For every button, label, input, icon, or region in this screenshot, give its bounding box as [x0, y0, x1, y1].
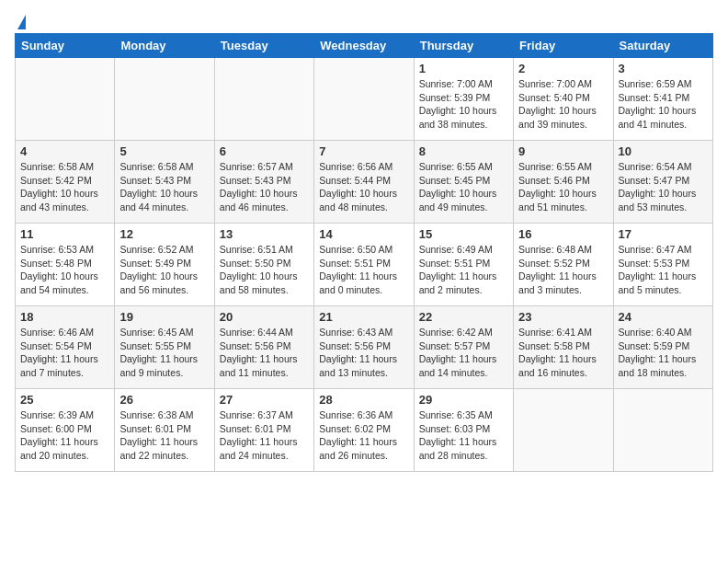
day-number: 14: [319, 227, 408, 241]
calendar-week-row: 1Sunrise: 7:00 AM Sunset: 5:39 PM Daylig…: [16, 58, 713, 141]
logo-triangle-icon: [17, 15, 26, 29]
day-info: Sunrise: 6:38 AM Sunset: 6:01 PM Dayligh…: [119, 408, 209, 463]
calendar-cell: 10Sunrise: 6:54 AM Sunset: 5:47 PM Dayli…: [613, 141, 712, 224]
page-header: [15, 15, 713, 22]
calendar-cell: 11Sunrise: 6:53 AM Sunset: 5:48 PM Dayli…: [16, 224, 115, 306]
calendar-cell: 19Sunrise: 6:45 AM Sunset: 5:55 PM Dayli…: [115, 306, 214, 389]
day-info: Sunrise: 6:55 AM Sunset: 5:46 PM Dayligh…: [518, 160, 608, 214]
day-number: 8: [419, 144, 508, 158]
day-number: 28: [319, 393, 408, 407]
calendar-cell: 5Sunrise: 6:58 AM Sunset: 5:43 PM Daylig…: [115, 141, 214, 224]
day-info: Sunrise: 6:57 AM Sunset: 5:43 PM Dayligh…: [220, 160, 309, 214]
day-number: 1: [419, 62, 508, 75]
calendar-cell: [16, 58, 115, 141]
day-info: Sunrise: 6:56 AM Sunset: 5:44 PM Dayligh…: [319, 160, 408, 214]
weekday-header: Monday: [115, 34, 214, 58]
day-number: 2: [518, 62, 608, 75]
day-info: Sunrise: 6:35 AM Sunset: 6:03 PM Dayligh…: [419, 408, 508, 463]
calendar-cell: 15Sunrise: 6:49 AM Sunset: 5:51 PM Dayli…: [414, 224, 513, 306]
day-number: 6: [220, 144, 309, 158]
weekday-header: Sunday: [16, 34, 115, 58]
day-number: 20: [220, 310, 309, 324]
calendar-week-row: 11Sunrise: 6:53 AM Sunset: 5:48 PM Dayli…: [16, 224, 713, 306]
day-info: Sunrise: 6:51 AM Sunset: 5:50 PM Dayligh…: [220, 243, 309, 297]
calendar-cell: 20Sunrise: 6:44 AM Sunset: 5:56 PM Dayli…: [214, 306, 313, 389]
calendar-table: SundayMondayTuesdayWednesdayThursdayFrid…: [15, 33, 713, 472]
day-info: Sunrise: 6:53 AM Sunset: 5:48 PM Dayligh…: [20, 243, 109, 297]
day-info: Sunrise: 6:39 AM Sunset: 6:00 PM Dayligh…: [20, 408, 109, 463]
calendar-week-row: 18Sunrise: 6:46 AM Sunset: 5:54 PM Dayli…: [16, 306, 713, 389]
calendar-cell: 16Sunrise: 6:48 AM Sunset: 5:52 PM Dayli…: [514, 224, 613, 306]
calendar-week-row: 4Sunrise: 6:58 AM Sunset: 5:42 PM Daylig…: [16, 141, 713, 224]
day-info: Sunrise: 6:44 AM Sunset: 5:56 PM Dayligh…: [220, 326, 309, 380]
day-number: 21: [319, 310, 408, 324]
calendar-cell: 25Sunrise: 6:39 AM Sunset: 6:00 PM Dayli…: [16, 389, 115, 472]
day-number: 27: [220, 393, 309, 407]
calendar-cell: [115, 58, 214, 141]
day-number: 10: [619, 144, 708, 158]
day-number: 16: [518, 227, 608, 241]
day-info: Sunrise: 6:43 AM Sunset: 5:56 PM Dayligh…: [319, 326, 408, 380]
day-number: 22: [419, 310, 508, 324]
day-info: Sunrise: 6:49 AM Sunset: 5:51 PM Dayligh…: [419, 243, 508, 297]
day-info: Sunrise: 7:00 AM Sunset: 5:40 PM Dayligh…: [518, 77, 608, 132]
day-info: Sunrise: 6:50 AM Sunset: 5:51 PM Dayligh…: [319, 243, 408, 297]
calendar-cell: [214, 58, 313, 141]
day-number: 25: [20, 393, 109, 407]
day-number: 24: [619, 310, 708, 324]
calendar-cell: 12Sunrise: 6:52 AM Sunset: 5:49 PM Dayli…: [115, 224, 214, 306]
day-number: 7: [319, 144, 408, 158]
day-info: Sunrise: 6:47 AM Sunset: 5:53 PM Dayligh…: [619, 243, 708, 297]
calendar-cell: 28Sunrise: 6:36 AM Sunset: 6:02 PM Dayli…: [314, 389, 414, 472]
calendar-cell: 26Sunrise: 6:38 AM Sunset: 6:01 PM Dayli…: [115, 389, 214, 472]
calendar-cell: [613, 389, 712, 472]
day-info: Sunrise: 6:52 AM Sunset: 5:49 PM Dayligh…: [119, 243, 209, 297]
calendar-cell: 4Sunrise: 6:58 AM Sunset: 5:42 PM Daylig…: [16, 141, 115, 224]
day-number: 11: [20, 227, 109, 241]
day-number: 17: [619, 227, 708, 241]
calendar-cell: 21Sunrise: 6:43 AM Sunset: 5:56 PM Dayli…: [314, 306, 414, 389]
day-info: Sunrise: 6:45 AM Sunset: 5:55 PM Dayligh…: [119, 326, 209, 380]
calendar-cell: 17Sunrise: 6:47 AM Sunset: 5:53 PM Dayli…: [613, 224, 712, 306]
day-number: 12: [119, 227, 209, 241]
calendar-cell: 7Sunrise: 6:56 AM Sunset: 5:44 PM Daylig…: [314, 141, 414, 224]
weekday-header: Wednesday: [314, 34, 414, 58]
day-number: 26: [119, 393, 209, 407]
weekday-header: Thursday: [414, 34, 513, 58]
day-info: Sunrise: 6:42 AM Sunset: 5:57 PM Dayligh…: [419, 326, 508, 380]
day-info: Sunrise: 6:55 AM Sunset: 5:45 PM Dayligh…: [419, 160, 508, 214]
day-number: 23: [518, 310, 608, 324]
calendar-cell: 1Sunrise: 7:00 AM Sunset: 5:39 PM Daylig…: [414, 58, 513, 141]
day-info: Sunrise: 6:46 AM Sunset: 5:54 PM Dayligh…: [20, 326, 109, 380]
calendar-cell: 13Sunrise: 6:51 AM Sunset: 5:50 PM Dayli…: [214, 224, 313, 306]
calendar-cell: 9Sunrise: 6:55 AM Sunset: 5:46 PM Daylig…: [514, 141, 613, 224]
calendar-cell: 3Sunrise: 6:59 AM Sunset: 5:41 PM Daylig…: [613, 58, 712, 141]
day-info: Sunrise: 7:00 AM Sunset: 5:39 PM Dayligh…: [419, 77, 508, 132]
day-number: 9: [518, 144, 608, 158]
day-number: 19: [119, 310, 209, 324]
weekday-header: Saturday: [613, 34, 712, 58]
calendar-cell: 18Sunrise: 6:46 AM Sunset: 5:54 PM Dayli…: [16, 306, 115, 389]
day-number: 3: [619, 62, 708, 75]
day-number: 15: [419, 227, 508, 241]
calendar-cell: 2Sunrise: 7:00 AM Sunset: 5:40 PM Daylig…: [514, 58, 613, 141]
day-info: Sunrise: 6:58 AM Sunset: 5:42 PM Dayligh…: [20, 160, 109, 214]
calendar-cell: 23Sunrise: 6:41 AM Sunset: 5:58 PM Dayli…: [514, 306, 613, 389]
day-info: Sunrise: 6:54 AM Sunset: 5:47 PM Dayligh…: [619, 160, 708, 214]
day-info: Sunrise: 6:41 AM Sunset: 5:58 PM Dayligh…: [518, 326, 608, 380]
day-number: 13: [220, 227, 309, 241]
calendar-cell: 24Sunrise: 6:40 AM Sunset: 5:59 PM Dayli…: [613, 306, 712, 389]
calendar-cell: 22Sunrise: 6:42 AM Sunset: 5:57 PM Dayli…: [414, 306, 513, 389]
weekday-header: Tuesday: [214, 34, 313, 58]
calendar-header-row: SundayMondayTuesdayWednesdayThursdayFrid…: [16, 34, 713, 58]
weekday-header: Friday: [514, 34, 613, 58]
calendar-cell: 27Sunrise: 6:37 AM Sunset: 6:01 PM Dayli…: [214, 389, 313, 472]
calendar-cell: [514, 389, 613, 472]
calendar-cell: 29Sunrise: 6:35 AM Sunset: 6:03 PM Dayli…: [414, 389, 513, 472]
day-info: Sunrise: 6:59 AM Sunset: 5:41 PM Dayligh…: [619, 77, 708, 132]
day-number: 29: [419, 393, 508, 407]
day-info: Sunrise: 6:37 AM Sunset: 6:01 PM Dayligh…: [220, 408, 309, 463]
calendar-cell: 6Sunrise: 6:57 AM Sunset: 5:43 PM Daylig…: [214, 141, 313, 224]
calendar-week-row: 25Sunrise: 6:39 AM Sunset: 6:00 PM Dayli…: [16, 389, 713, 472]
logo: [15, 15, 26, 22]
